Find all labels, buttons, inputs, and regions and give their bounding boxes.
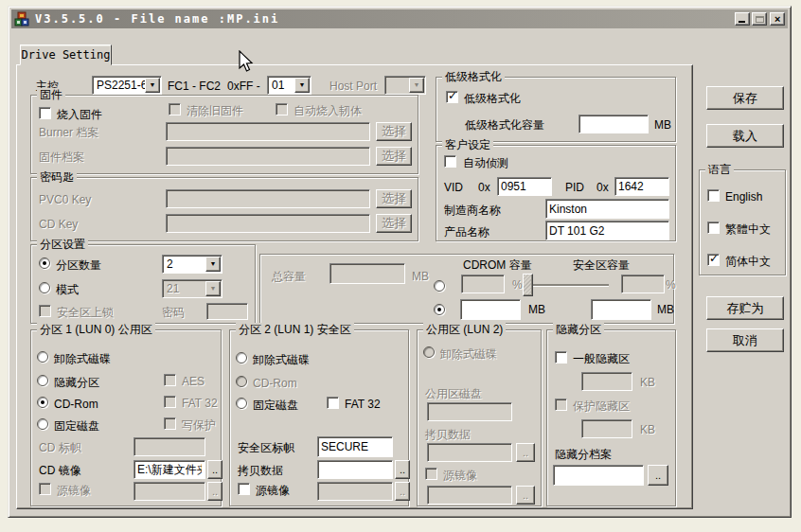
auto-burn-label: 自动烧入韧体 [294,104,362,117]
password-input [206,303,248,320]
general-hidden-input [581,372,632,391]
keys-group: 密码匙 PVC0 Key 选择 CD Key 选择 [30,177,418,241]
partition-count-radio[interactable] [39,257,50,269]
lun2-source-image-input [427,486,512,505]
partition-count-select[interactable]: 2 ▼ [162,255,222,274]
lun2-disk-input [427,402,512,421]
vid-label: VID [444,181,463,194]
minimize-button[interactable] [735,12,750,26]
p2-removable-label: 卸除式磁碟 [253,353,310,366]
lun2-source-image-label: 源镜像 [443,469,477,482]
language-simplified-checkbox[interactable]: ✓ [707,254,720,266]
p2-copy-data-browse-button[interactable]: .. [395,460,410,479]
llf-capacity-label: 低级格式化容量 [465,118,544,132]
firmware-file-input [166,147,370,166]
general-hidden-checkbox[interactable] [555,351,567,364]
p2-source-image-input [317,482,393,501]
public-lun2-title: 公用区 (LUN 2) [423,323,506,336]
tab-drive-setting[interactable]: Drive Setting [20,44,112,65]
chevron-down-icon[interactable]: ▼ [145,78,160,93]
lun2-copy-data-browse-button: .. [516,443,535,462]
total-capacity-input [329,263,405,284]
maximize-button[interactable] [752,12,767,26]
auto-detect-checkbox[interactable] [444,155,456,168]
p2-removable-radio[interactable] [236,352,247,364]
lun2-removable-label: 卸除式磁碟 [440,347,497,361]
p2-fixed-radio[interactable] [236,398,247,409]
cdrom-percent-label: % [512,278,523,292]
customer-group-title: 客户设定 [442,138,493,151]
load-button[interactable]: 载入 [706,124,784,148]
save-button[interactable]: 保存 [706,86,784,110]
percent-mode-radio[interactable] [434,280,445,292]
cancel-button[interactable]: 取消 [706,328,784,352]
lun2-source-image-browse-button: .. [516,486,535,505]
burner-file-label: Burner 档案 [39,126,98,139]
secure-mb-input[interactable] [591,299,651,320]
pvc0-select-button: 选择 [376,189,412,208]
mb-mode-radio[interactable] [434,304,445,315]
p1-aes-checkbox [164,374,176,386]
app-icon [14,11,29,27]
check-icon: ✓ [709,252,719,265]
total-mb-label: MB [412,270,429,283]
protect-hidden-input [581,419,632,438]
chevron-down-icon: ▼ [409,78,424,93]
close-button[interactable]: × [770,12,785,26]
p2-source-image-checkbox[interactable] [238,483,250,495]
p2-source-image-browse-button: .. [395,482,410,501]
secure-capacity-label: 安全区容量 [573,258,630,272]
vendor-label: 制造商名称 [444,204,501,217]
p1-cd-flag-label: CD 标帜 [39,441,81,454]
pvc0-key-label: PVC0 Key [39,193,91,206]
p1-cd-image-input[interactable] [134,460,205,479]
save-as-button[interactable]: 存贮为 [706,296,784,320]
secure-mb-label: MB [657,303,674,316]
language-english-checkbox[interactable] [707,189,720,202]
partition-settings-title: 分区设置 [37,238,88,251]
p1-fixed-radio[interactable] [37,418,48,430]
cdrom-percent-input [461,275,505,293]
mode-radio[interactable] [39,282,50,293]
p1-hidden-radio[interactable] [37,375,48,386]
vid-input[interactable] [497,177,552,196]
p1-cdrom-radio[interactable] [37,397,48,408]
language-simplified-label: 简体中文 [725,255,771,268]
auto-burn-checkbox [276,103,288,115]
p1-removable-radio[interactable] [37,351,48,363]
capacity-slider-thumb[interactable] [523,274,533,296]
language-traditional-checkbox[interactable] [707,222,720,234]
hidden-file-browse-button[interactable]: .. [648,465,668,486]
p2-fat32-checkbox[interactable] [327,397,339,409]
llf-capacity-input[interactable] [578,115,649,133]
controller-select[interactable]: PS2251-60 ▼ [92,76,162,95]
pid-input[interactable] [614,177,669,196]
p1-cd-image-browse-button[interactable]: .. [207,460,222,479]
low-level-format-label: 低级格式化 [464,92,521,105]
protect-kb-label: KB [640,423,655,436]
low-level-format-checkbox[interactable]: ✓ [446,91,458,103]
partition2-title: 分区 2 (LUN 1) 安全区 [236,323,354,336]
cdrom-mb-input[interactable] [460,299,521,320]
product-input[interactable] [545,221,669,240]
hidden-file-input[interactable] [553,465,644,486]
p1-source-image-browse-button: .. [207,482,222,501]
capacity-slider-track[interactable] [531,284,609,286]
check-icon: ✓ [448,89,457,102]
p2-secure-flag-input[interactable] [317,436,393,457]
product-label: 产品名称 [444,225,490,239]
p1-aes-label: AES [182,375,205,388]
partition1-title: 分区 1 (LUN 0) 公用区 [37,323,155,336]
customer-group: 客户设定 自动侦测 VID 0x PID 0x 制造商名称 产品名称 [436,145,676,241]
p2-copy-data-input[interactable] [317,460,393,479]
protect-hidden-label: 保护隐藏区 [573,399,630,413]
chevron-down-icon[interactable]: ▼ [205,257,221,272]
general-hidden-label: 一般隐藏区 [573,352,630,365]
firmware-select-button: 选择 [376,147,412,166]
fc-select[interactable]: 01 ▼ [267,76,312,95]
password-label: 密码 [162,306,185,319]
secure-lock-label: 安全区上锁 [57,306,114,319]
vendor-input[interactable] [545,199,669,219]
chevron-down-icon[interactable]: ▼ [294,78,310,93]
burn-firmware-checkbox[interactable] [39,107,51,119]
